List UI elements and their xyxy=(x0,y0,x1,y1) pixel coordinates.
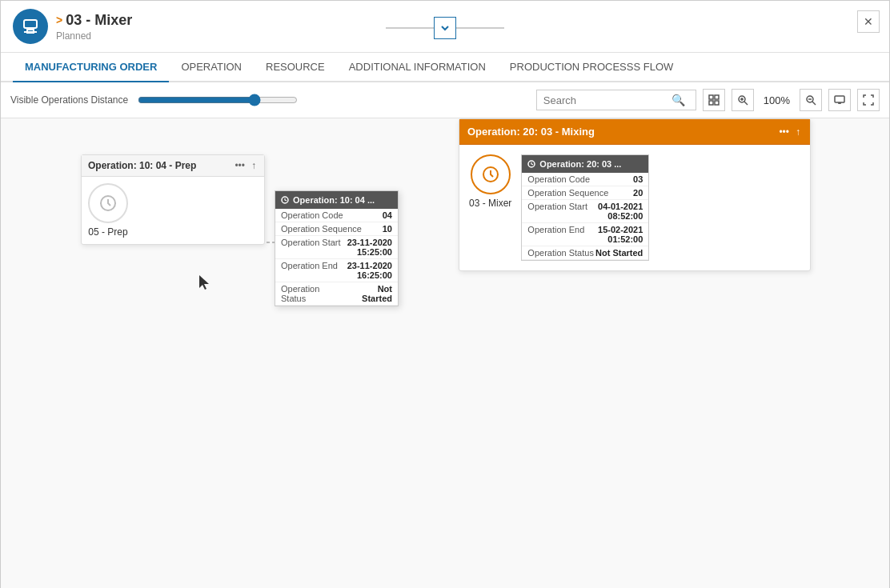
monitor-view-button[interactable] xyxy=(828,89,851,111)
detail-popup-mixing-header: Operation: 20: 03 ... xyxy=(522,155,648,173)
detail-val: 04-01-202108:52:00 xyxy=(598,202,643,221)
svg-rect-5 xyxy=(709,101,713,105)
detail-key: Operation Code xyxy=(281,210,343,220)
tabs-container: MANUFACTURING ORDER OPERATION RESOURCE A… xyxy=(1,53,889,82)
op-card-prep-more[interactable]: ••• xyxy=(233,160,247,171)
detail-key: Operation Start xyxy=(281,238,341,257)
fullscreen-button[interactable] xyxy=(857,89,880,111)
op-card-prep-title: Operation: 10: 04 - Prep xyxy=(88,160,196,171)
page-title: 03 - Mixer xyxy=(66,12,132,29)
svg-line-8 xyxy=(744,102,748,105)
flow-line-left xyxy=(386,27,434,29)
detail-val: 20 xyxy=(633,188,643,198)
detail-popup-prep: Operation: 10: 04 ... Operation Code 04 … xyxy=(275,190,399,306)
detail-key: Operation Code xyxy=(527,174,590,184)
op-card-prep: Operation: 10: 04 - Prep ••• ↑ 05 - Prep xyxy=(81,154,265,245)
detail-row-op-seq-label: Operation Sequence 10 xyxy=(275,222,398,236)
mixing-detail-row-status: Operation Status Not Started xyxy=(522,246,648,260)
op-card-mixing-header: Operation: 20: 03 - Mixing ••• ↑ xyxy=(459,119,810,145)
visible-ops-label: Visible Operations Distance xyxy=(10,94,128,106)
cursor xyxy=(199,275,209,290)
visible-ops-slider[interactable] xyxy=(138,94,298,106)
detail-row-op-start-label: Operation Start 23-11-202015:25:00 xyxy=(275,236,398,259)
canvas: Operation: 10: 04 - Prep ••• ↑ 05 - Prep xyxy=(1,118,889,588)
detail-val: Not Started xyxy=(346,284,392,303)
detail-val: 23-11-202015:25:00 xyxy=(347,238,392,257)
op-card-mixing-title: Operation: 20: 03 - Mixing xyxy=(467,126,595,138)
header-title-group: > 03 - Mixer Planned xyxy=(56,12,132,42)
op-card-prep-label: 05 - Prep xyxy=(88,226,127,238)
zoom-out-button[interactable] xyxy=(800,89,822,111)
detail-popup-prep-header: Operation: 10: 04 ... xyxy=(275,191,398,209)
op-card-prep-header: Operation: 10: 04 - Prep ••• ↑ xyxy=(82,155,264,177)
tab-manufacturing-order[interactable]: MANUFACTURING ORDER xyxy=(13,53,169,82)
main-window: > 03 - Mixer Planned ✕ MANUFACTURING ORD… xyxy=(0,0,890,588)
detail-key: Operation Status xyxy=(281,284,346,303)
svg-marker-24 xyxy=(199,275,209,290)
detail-val: 10 xyxy=(383,224,392,234)
search-input[interactable] xyxy=(543,94,672,106)
op-card-mixing-label: 03 - Mixer xyxy=(469,198,511,209)
op-card-mixing: Operation: 20: 03 - Mixing ••• ↑ 03 - Mi… xyxy=(459,118,811,271)
close-button[interactable]: ✕ xyxy=(857,10,880,33)
detail-key: Operation Sequence xyxy=(527,188,608,198)
detail-popup-mixing: Operation: 20: 03 ... Operation Code 03 … xyxy=(521,154,649,261)
mixing-detail-row-start: Operation Start 04-01-202108:52:00 xyxy=(522,200,648,223)
op-card-prep-icon xyxy=(88,183,128,223)
detail-val: 23-11-202016:25:00 xyxy=(347,261,392,280)
svg-rect-4 xyxy=(715,95,719,99)
detail-popup-prep-title: Operation: 10: 04 ... xyxy=(293,195,375,205)
tab-resource[interactable]: RESOURCE xyxy=(254,53,337,82)
svg-rect-0 xyxy=(24,20,37,28)
flow-line-right xyxy=(456,27,504,29)
op-card-mixing-actions: ••• ↑ xyxy=(777,126,802,138)
op-card-prep-collapse[interactable]: ↑ xyxy=(250,160,258,171)
op-card-mixing-more[interactable]: ••• xyxy=(777,126,791,138)
tab-operation[interactable]: OPERATION xyxy=(169,53,254,82)
op-card-prep-body: 05 - Prep xyxy=(82,177,264,244)
detail-row-op-status-label: Operation Status Not Started xyxy=(275,282,398,306)
svg-line-12 xyxy=(812,102,816,105)
mixing-detail-row-seq: Operation Sequence 20 xyxy=(522,186,648,200)
mixing-detail-row-code: Operation Code 03 xyxy=(522,173,648,186)
svg-rect-6 xyxy=(715,101,719,105)
detail-popup-mixing-title: Operation: 20: 03 ... xyxy=(539,159,621,169)
op-card-prep-actions: ••• ↑ xyxy=(233,160,258,171)
mixing-detail-row-end: Operation End 15-02-202101:52:00 xyxy=(522,223,648,246)
flow-diamond[interactable] xyxy=(434,17,456,39)
svg-rect-14 xyxy=(835,96,844,102)
op-card-prep-icon-group: 05 - Prep xyxy=(88,183,128,238)
header: > 03 - Mixer Planned ✕ xyxy=(1,1,889,53)
tab-additional-information[interactable]: ADDITIONAL INFORMATION xyxy=(337,53,498,82)
op-card-mixing-body: 03 - Mixer Operation: 20: 03 ... Operati… xyxy=(459,145,810,270)
detail-key: Operation Sequence xyxy=(281,224,362,234)
detail-key: Operation Start xyxy=(527,202,587,221)
detail-val: 03 xyxy=(633,174,643,184)
detail-key: Operation Status xyxy=(527,248,594,258)
avatar xyxy=(13,9,48,44)
detail-val: 15-02-202101:52:00 xyxy=(598,225,643,244)
header-arrow: > xyxy=(56,14,62,26)
status-badge: Planned xyxy=(56,30,132,42)
detail-val: Not Started xyxy=(595,248,643,258)
op-card-mixing-icon-group: 03 - Mixer xyxy=(469,154,511,209)
zoom-level: 100% xyxy=(760,94,793,106)
op-card-mixing-collapse[interactable]: ↑ xyxy=(794,126,802,138)
detail-row-op-end-label: Operation End 23-11-202016:25:00 xyxy=(275,259,398,282)
search-box: 🔍 xyxy=(536,90,696,110)
detail-row-op-code-label: Operation Code 04 xyxy=(275,209,398,222)
detail-val: 04 xyxy=(383,210,392,220)
op-card-mixing-icon xyxy=(471,154,511,194)
zoom-in-button[interactable] xyxy=(732,89,754,111)
toolbar: Visible Operations Distance 🔍 100% xyxy=(1,82,889,118)
search-icon[interactable]: 🔍 xyxy=(672,94,685,106)
tab-production-process-flow[interactable]: PRODUCTION PROCESSS FLOW xyxy=(498,53,685,82)
detail-key: Operation End xyxy=(281,261,338,280)
detail-key: Operation End xyxy=(527,225,584,244)
slider-container xyxy=(138,94,298,106)
flow-indicator xyxy=(386,17,504,39)
grid-view-button[interactable] xyxy=(703,89,725,111)
svg-rect-3 xyxy=(709,95,713,99)
